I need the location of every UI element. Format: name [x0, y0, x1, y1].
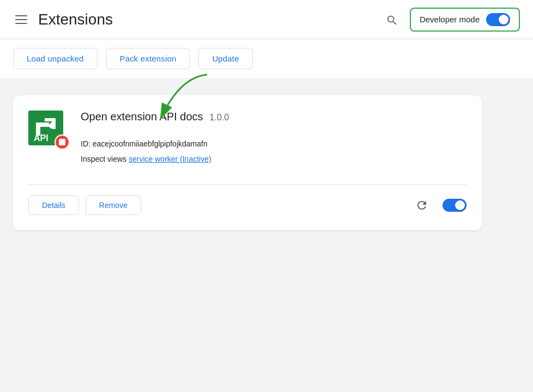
inspect-label: Inspect views [81, 155, 126, 163]
record-inner [59, 139, 65, 145]
card-top: API Open extension API docs 1.0.0 ID: [28, 111, 467, 167]
svg-text:API: API [34, 133, 49, 143]
toggle-thumb [499, 15, 508, 24]
header-right: Developer mode [381, 8, 520, 32]
extension-icon-wrap: API [28, 111, 68, 150]
pack-extension-button[interactable]: Pack extension [106, 48, 190, 69]
remove-button[interactable]: Remove [86, 195, 141, 215]
page-title: Extensions [38, 11, 113, 28]
extension-info: Open extension API docs 1.0.0 ID: eacejc… [81, 111, 467, 167]
main-content: API Open extension API docs 1.0.0 ID: [0, 78, 533, 248]
id-label: ID: [81, 139, 90, 148]
id-value: eacejcoofnmiiaebfglpipfojkdamafn [93, 139, 208, 148]
extension-id: ID: eacejcoofnmiiaebfglpipfojkdamafn [81, 136, 467, 151]
developer-mode-toggle[interactable] [486, 13, 510, 26]
load-unpacked-button[interactable]: Load unpacked [13, 48, 98, 69]
search-icon[interactable] [381, 10, 401, 29]
record-badge [54, 134, 70, 150]
developer-mode-box: Developer mode [410, 8, 520, 32]
extension-version: 1.0.0 [210, 113, 229, 122]
header-left: Extensions [13, 11, 113, 28]
developer-mode-label: Developer mode [420, 15, 480, 24]
details-button[interactable]: Details [28, 195, 79, 215]
hamburger-menu[interactable] [13, 13, 29, 26]
ext-name-row: Open extension API docs 1.0.0 [81, 111, 467, 123]
service-worker-link[interactable]: service worker (Inactive) [129, 155, 211, 163]
extension-card: API Open extension API docs 1.0.0 ID: [13, 95, 482, 230]
extension-name: Open extension API docs [81, 111, 203, 123]
reload-icon[interactable] [412, 195, 432, 215]
toolbar: Load unpacked Pack extension Update [0, 39, 533, 78]
update-button[interactable]: Update [198, 48, 252, 69]
extension-meta: ID: eacejcoofnmiiaebfglpipfojkdamafn Ins… [81, 136, 467, 167]
card-bottom: Details Remove [28, 184, 467, 215]
inspect-views-row: Inspect views service worker (Inactive) [81, 151, 467, 167]
extension-toggle-thumb [455, 200, 465, 210]
toolbar-wrapper: Load unpacked Pack extension Update [0, 39, 533, 78]
extension-toggle[interactable] [443, 199, 467, 212]
header: Extensions Developer mode [0, 0, 533, 39]
